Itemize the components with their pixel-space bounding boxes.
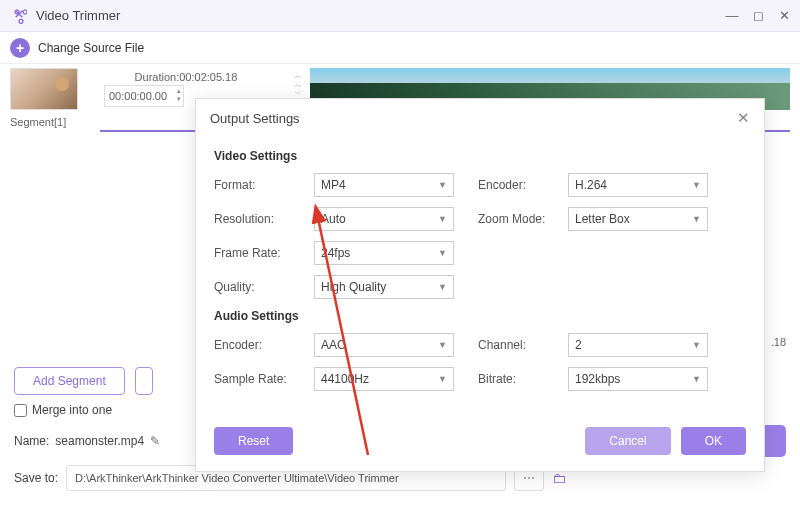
save-path-value: D:\ArkThinker\ArkThinker Video Converter…: [75, 472, 399, 484]
format-select[interactable]: MP4▼: [314, 173, 454, 197]
dialog-close-icon[interactable]: ✕: [737, 109, 750, 127]
dialog-title: Output Settings: [210, 111, 300, 126]
chevron-down-icon: ▼: [438, 374, 447, 384]
chevron-down-icon: ▼: [692, 340, 701, 350]
frame-rate-select[interactable]: 24fps▼: [314, 241, 454, 265]
titlebar: Video Trimmer — ◻ ✕: [0, 0, 800, 32]
quality-label: Quality:: [214, 280, 314, 294]
output-settings-dialog: Output Settings ✕ Video Settings Format:…: [195, 98, 765, 472]
video-encoder-label: Encoder:: [478, 178, 568, 192]
audio-encoder-select[interactable]: AAC▼: [314, 333, 454, 357]
duration-value: 00:02:05.18: [179, 71, 237, 83]
change-source-label[interactable]: Change Source File: [38, 41, 144, 55]
save-to-label: Save to:: [14, 471, 58, 485]
video-settings-heading: Video Settings: [214, 149, 746, 163]
sample-rate-label: Sample Rate:: [214, 372, 314, 386]
clip-thumbnail[interactable]: [10, 68, 78, 110]
start-time-value: 00:00:00.00: [109, 90, 167, 102]
video-encoder-select[interactable]: H.264▼: [568, 173, 708, 197]
close-window-icon[interactable]: ✕: [778, 10, 790, 22]
start-spinner-icon[interactable]: ▴▾: [177, 87, 181, 103]
channel-value: 2: [575, 338, 582, 352]
chevron-down-icon: ▼: [438, 282, 447, 292]
source-bar: + Change Source File: [0, 32, 800, 64]
resolution-label: Resolution:: [214, 212, 314, 226]
bitrate-value: 192kbps: [575, 372, 620, 386]
name-label: Name:: [14, 434, 49, 448]
chevron-down-icon: ▼: [438, 248, 447, 258]
audio-settings-heading: Audio Settings: [214, 309, 746, 323]
end-time-display: .18: [771, 336, 786, 348]
video-encoder-value: H.264: [575, 178, 607, 192]
ok-button[interactable]: OK: [681, 427, 746, 455]
maximize-icon[interactable]: ◻: [752, 10, 764, 22]
channel-label: Channel:: [478, 338, 568, 352]
merge-label: Merge into one: [32, 403, 112, 417]
segment-more-button[interactable]: [135, 367, 153, 395]
format-label: Format:: [214, 178, 314, 192]
audio-encoder-label: Encoder:: [214, 338, 314, 352]
quality-select[interactable]: High Quality▼: [314, 275, 454, 299]
chevron-down-icon: ▼: [692, 374, 701, 384]
sample-rate-select[interactable]: 44100Hz▼: [314, 367, 454, 391]
quality-value: High Quality: [321, 280, 386, 294]
chevron-down-icon: ▼: [692, 180, 701, 190]
add-segment-button[interactable]: Add Segment: [14, 367, 125, 395]
app-title: Video Trimmer: [36, 8, 120, 23]
zoom-mode-value: Letter Box: [575, 212, 630, 226]
add-source-icon[interactable]: +: [10, 38, 30, 58]
app-logo-icon: [10, 7, 28, 25]
resolution-value: Auto: [321, 212, 346, 226]
frame-rate-label: Frame Rate:: [214, 246, 314, 260]
format-value: MP4: [321, 178, 346, 192]
frame-rate-value: 24fps: [321, 246, 350, 260]
chevron-down-icon: ▼: [692, 214, 701, 224]
merge-checkbox[interactable]: Merge into one: [14, 403, 112, 417]
channel-select[interactable]: 2▼: [568, 333, 708, 357]
reset-button[interactable]: Reset: [214, 427, 293, 455]
resolution-select[interactable]: Auto▼: [314, 207, 454, 231]
chevron-down-icon: ▼: [438, 180, 447, 190]
audio-encoder-value: AAC: [321, 338, 346, 352]
bitrate-label: Bitrate:: [478, 372, 568, 386]
chevron-down-icon: ▼: [438, 214, 447, 224]
name-value: seamonster.mp4: [55, 434, 144, 448]
minimize-icon[interactable]: —: [726, 10, 738, 22]
edit-name-icon[interactable]: ✎: [150, 434, 160, 448]
duration-label: Duration:: [135, 71, 180, 83]
zoom-mode-select[interactable]: Letter Box▼: [568, 207, 708, 231]
cancel-button[interactable]: Cancel: [585, 427, 670, 455]
chevron-down-icon: ▼: [438, 340, 447, 350]
bitrate-select[interactable]: 192kbps▼: [568, 367, 708, 391]
start-time-input[interactable]: 00:00:00.00 ▴▾: [104, 85, 184, 107]
open-folder-icon[interactable]: 🗀: [552, 470, 566, 486]
zoom-mode-label: Zoom Mode:: [478, 212, 568, 226]
sample-rate-value: 44100Hz: [321, 372, 369, 386]
